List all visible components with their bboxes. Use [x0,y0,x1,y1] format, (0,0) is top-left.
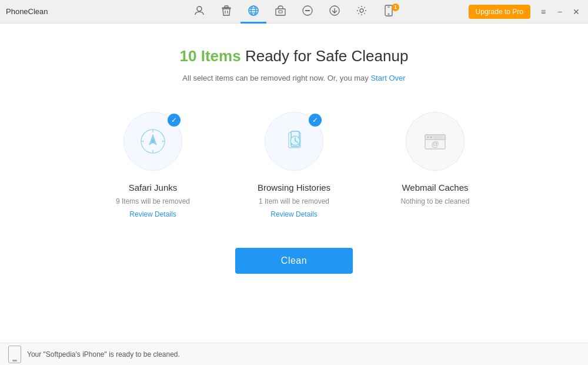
nav-backup[interactable] [322,0,348,24]
subtitle: All select items can be removed right no… [182,74,405,82]
window-controls: ≡ − ✕ [537,6,582,18]
card-webmail: @ Webmail Caches Nothing to be cleaned [382,112,488,210]
close-button[interactable]: ✕ [570,6,582,18]
svg-point-33 [427,137,429,138]
device-icon-button [12,360,17,361]
svg-rect-10 [276,9,285,15]
device-icon [8,346,21,363]
browsing-review-link[interactable]: Review Details [270,210,317,218]
browsing-desc: 1 Item will be removed [259,197,329,205]
clean-button[interactable]: Clean [235,248,353,274]
main-content: 10 Items Ready for Safe Cleanup All sele… [0,24,588,343]
nav-uninstall[interactable] [295,0,320,24]
safari-icon-circle: ✓ [123,112,182,171]
svg-point-34 [430,137,432,138]
browsing-title: Browsing Histories [258,182,330,193]
card-browsing: ✓ Browsing Histories 1 Item will be remo… [241,112,347,218]
svg-point-15 [360,9,363,12]
webmail-title: Webmail Caches [402,182,468,193]
titlebar: PhoneClean [0,0,588,24]
card-safari: ✓ Safari Junks 9 Items will be removed R… [100,112,206,218]
svg-text:@: @ [431,140,439,148]
svg-point-18 [388,14,389,15]
nav-privacy[interactable] [186,0,212,24]
statusbar: Your "Softpedia's iPhone" is ready to be… [0,343,588,365]
svg-rect-11 [279,11,282,13]
svg-rect-35 [433,136,443,139]
webmail-desc: Nothing to be cleaned [401,197,470,205]
safari-desc: 9 Items will be removed [116,197,190,205]
subtitle-before: All select items can be removed right no… [182,74,370,82]
webmail-icon-circle: @ [406,112,465,171]
safari-title: Safari Junks [129,182,178,193]
start-over-link[interactable]: Start Over [370,74,405,82]
nav-cleaner[interactable] [213,0,239,24]
nav-toolkit[interactable] [268,0,293,24]
headline-rest: Ready for Safe Cleanup [241,47,409,65]
safari-check-badge: ✓ [168,114,181,127]
svg-rect-2 [222,8,230,9]
browsing-check-badge: ✓ [309,114,322,127]
app-title: PhoneClean [6,7,48,16]
nav-internet[interactable] [240,0,266,24]
nav-settings[interactable] [349,0,375,24]
headline-count: 10 Items [180,47,241,65]
menu-button[interactable]: ≡ [537,6,549,18]
nav-device[interactable]: 1 [376,0,402,24]
cards-row: ✓ Safari Junks 9 Items will be removed R… [100,112,488,218]
headline: 10 Items Ready for Safe Cleanup [180,47,409,65]
safari-review-link[interactable]: Review Details [129,210,176,218]
browsing-icon-circle: ✓ [265,112,323,171]
svg-point-25 [151,140,155,143]
svg-point-0 [197,6,202,11]
nav-bar: 1 [186,0,402,24]
statusbar-text: Your "Softpedia's iPhone" is ready to be… [27,350,180,359]
minimize-button[interactable]: − [554,6,566,18]
upgrade-button[interactable]: Upgrade to Pro [469,5,530,19]
